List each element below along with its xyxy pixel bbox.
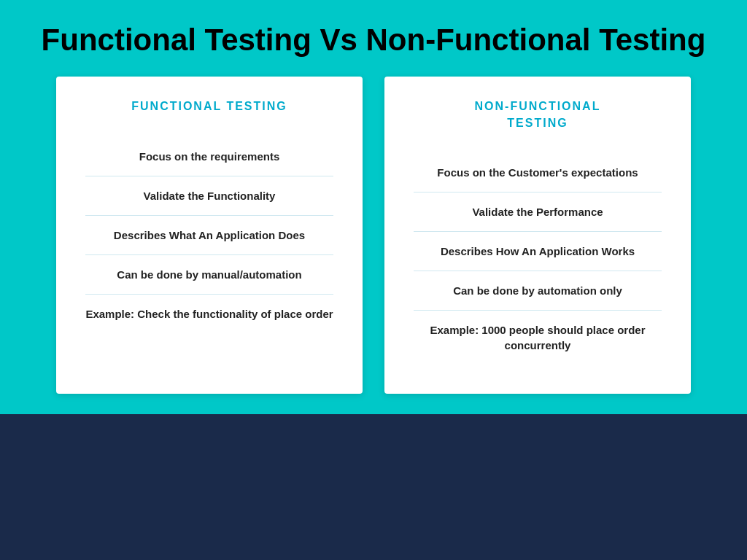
non-functional-testing-title: NON-FUNCTIONALTESTING — [414, 98, 662, 131]
non-functional-item-2: Validate the Performance — [414, 192, 662, 232]
functional-item-1: Focus on the requirements — [85, 137, 333, 176]
functional-item-2: Validate the Functionality — [85, 176, 333, 216]
non-functional-testing-card: NON-FUNCTIONALTESTING Focus on the Custo… — [384, 77, 691, 394]
non-functional-item-3: Describes How An Application Works — [414, 232, 662, 271]
functional-item-3: Describes What An Application Does — [85, 216, 333, 255]
title-section: Functional Testing Vs Non-Functional Tes… — [0, 0, 747, 77]
page-title: Functional Testing Vs Non-Functional Tes… — [15, 22, 732, 58]
non-functional-item-1: Focus on the Customer's expectations — [414, 153, 662, 192]
bottom-dark-section — [0, 414, 747, 560]
cards-container: FUNCTIONAL TESTING Focus on the requirem… — [0, 77, 747, 394]
functional-testing-title: FUNCTIONAL TESTING — [85, 98, 333, 114]
non-functional-item-5: Example: 1000 people should place order … — [414, 311, 662, 365]
functional-item-5: Example: Check the functionality of plac… — [85, 295, 333, 333]
functional-testing-card: FUNCTIONAL TESTING Focus on the requirem… — [56, 77, 363, 394]
non-functional-item-4: Can be done by automation only — [414, 271, 662, 311]
functional-item-4: Can be done by manual/automation — [85, 255, 333, 295]
main-background: Functional Testing Vs Non-Functional Tes… — [0, 0, 747, 560]
